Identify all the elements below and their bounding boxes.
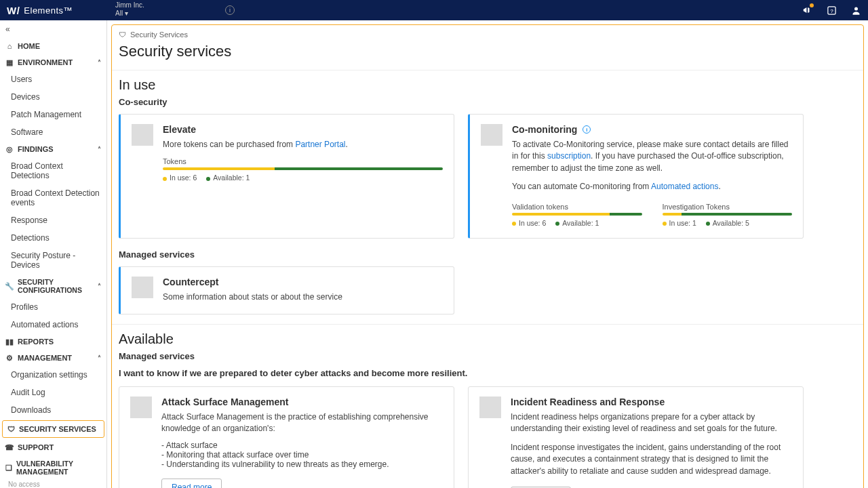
notification-dot	[810, 3, 814, 7]
investigation-bar	[663, 213, 793, 216]
elevate-title: Elevate	[163, 124, 443, 135]
support-icon: ☎	[5, 443, 14, 451]
nav-home-label: HOME	[18, 42, 40, 50]
user-icon[interactable]	[850, 5, 861, 16]
irr-desc2: Incident response investigates the incid…	[511, 442, 792, 477]
sidebar: « ⌂ HOME ▦ ENVIRONMENT ˄ Users Devices P…	[0, 20, 107, 488]
nav-software[interactable]: Software	[0, 123, 106, 141]
chart-icon: ▮▮	[5, 338, 14, 346]
card-irr: Incident Readiness and Response Incident…	[468, 386, 804, 488]
irr-icon	[479, 396, 501, 418]
nav-home[interactable]: ⌂ HOME	[0, 38, 106, 54]
nav-support-label: SUPPORT	[18, 443, 54, 451]
top-bar: W/ Elements™ Jimm Inc. All ▾ i ?	[0, 0, 868, 20]
brand-logo: W/ Elements™	[7, 5, 73, 16]
tokens-inuse: In use: 6	[170, 174, 197, 182]
automated-actions-link[interactable]: Automated actions	[651, 182, 718, 191]
chevron-up-icon: ˄	[98, 283, 101, 290]
nav-downloads[interactable]: Downloads	[0, 401, 106, 419]
nav-audit[interactable]: Audit Log	[0, 384, 106, 401]
nav-secconf[interactable]: 🔧 SECURITY CONFIGURATIONS ˄	[0, 274, 106, 298]
asm-b2: - Monitoring that attack surface over ti…	[161, 450, 443, 460]
wrench-icon: 🔧	[5, 282, 14, 290]
asm-icon	[130, 396, 152, 418]
countercept-icon	[132, 277, 153, 298]
countercept-title: Countercept	[163, 277, 443, 287]
nav-findings[interactable]: ◎ FINDINGS ˄	[0, 141, 106, 157]
asm-b3: - Understanding its vulnerability to new…	[161, 460, 443, 469]
layers-icon: ❏	[5, 464, 12, 472]
nav-profiles[interactable]: Profiles	[0, 298, 106, 316]
card-asm: Attack Surface Management Attack Surface…	[119, 386, 454, 488]
section-available: Available Managed services I want to kno…	[112, 331, 863, 488]
irr-desc1: Incident readiness helps organizations p…	[511, 411, 792, 435]
nav-support[interactable]: ☎ SUPPORT	[0, 439, 106, 455]
nav-security-services-label: SECURITY SERVICES	[19, 425, 96, 433]
info-icon[interactable]: i	[583, 125, 591, 134]
announcements-icon[interactable]	[802, 5, 812, 16]
info-icon[interactable]: i	[225, 5, 235, 15]
nav-devices[interactable]: Devices	[0, 88, 106, 106]
tenant-name: Jimm Inc.	[115, 1, 144, 9]
managed-services-subhead: Managed services	[119, 249, 856, 260]
no-access-vuln: No access	[0, 480, 106, 488]
nav-vuln-label: VULNERABILITY MANAGEMENT	[16, 460, 101, 476]
comonitoring-title-text: Co-monitoring	[512, 124, 577, 135]
validation-legend: In use: 6 Available: 1	[512, 219, 642, 227]
nav-users[interactable]: Users	[0, 70, 106, 88]
inv-inuse: In use: 1	[669, 219, 696, 227]
nav-response[interactable]: Response	[0, 211, 106, 229]
tokens-legend: In use: 6 Available: 1	[163, 174, 443, 182]
d2b: .	[718, 182, 720, 191]
irr-title: Incident Readiness and Response	[511, 396, 792, 407]
nav-patch[interactable]: Patch Management	[0, 106, 106, 123]
nav-orgsettings[interactable]: Organization settings	[0, 366, 106, 384]
comonitoring-icon	[481, 124, 502, 146]
nav-detections[interactable]: Detections	[0, 229, 106, 247]
available-question: I want to know if we are prepared to det…	[119, 368, 856, 378]
d2a: You can automate Co-monitoring from	[512, 182, 651, 191]
card-elevate: Elevate More tokens can be purchased fro…	[119, 114, 454, 239]
tokens-available: Available: 1	[213, 174, 250, 182]
nav-automated[interactable]: Automated actions	[0, 316, 106, 333]
nav-findings-label: FINDINGS	[18, 145, 54, 153]
page-title: Security services	[112, 40, 863, 70]
nav-vuln[interactable]: ❏ VULNERABILITY MANAGEMENT	[0, 455, 106, 480]
asm-desc: Attack Surface Management is the practic…	[161, 411, 443, 435]
partner-portal-link[interactable]: Partner Portal	[295, 140, 345, 149]
section-in-use: In use Co-security Elevate More tokens c…	[112, 77, 863, 324]
available-heading: Available	[119, 331, 856, 347]
comonitoring-title: Co-monitoring i	[512, 124, 792, 135]
collapse-sidebar-button[interactable]: «	[0, 20, 106, 38]
nav-reports-label: REPORTS	[18, 338, 54, 346]
elevate-icon	[132, 124, 153, 146]
comonitoring-desc2: You can automate Co-monitoring from Auto…	[512, 181, 792, 192]
available-managed-subhead: Managed services	[119, 351, 856, 361]
chevron-up-icon: ˄	[98, 354, 101, 362]
investigation-label: Investigation Tokens	[663, 203, 793, 211]
grid-icon: ▦	[5, 58, 14, 66]
logo-mark: W/	[7, 5, 20, 16]
investigation-legend: In use: 1 Available: 5	[663, 219, 793, 227]
nav-environment-label: ENVIRONMENT	[18, 58, 73, 66]
nav-bcd[interactable]: Broad Context Detections	[0, 157, 106, 184]
tokens-bar	[163, 167, 443, 170]
tenant-selector[interactable]: Jimm Inc. All ▾	[115, 1, 144, 18]
read-more-button[interactable]: Read more	[161, 479, 222, 488]
help-icon[interactable]: ?	[826, 5, 837, 16]
nav-security-services[interactable]: 🛡 SECURITY SERVICES	[2, 420, 104, 438]
top-actions: ?	[802, 5, 861, 16]
nav-reports[interactable]: ▮▮ REPORTS	[0, 333, 106, 350]
svg-text:?: ?	[830, 7, 833, 14]
subscription-link[interactable]: subscription	[547, 151, 591, 161]
nav-secposture[interactable]: Security Posture - Devices	[0, 247, 106, 274]
chevron-up-icon: ˄	[98, 59, 101, 66]
tenant-scope[interactable]: All ▾	[115, 9, 144, 18]
val-inuse: In use: 6	[519, 219, 546, 227]
asm-b1: - Attack surface	[161, 441, 443, 450]
nav-bcd-events[interactable]: Broad Context Detection events	[0, 184, 106, 211]
nav-environment[interactable]: ▦ ENVIRONMENT ˄	[0, 54, 106, 70]
card-countercept: Countercept Some information about stats…	[119, 266, 454, 314]
nav-management[interactable]: ⚙ MANAGEMENT ˄	[0, 350, 106, 366]
shield-icon: 🛡	[119, 30, 126, 39]
